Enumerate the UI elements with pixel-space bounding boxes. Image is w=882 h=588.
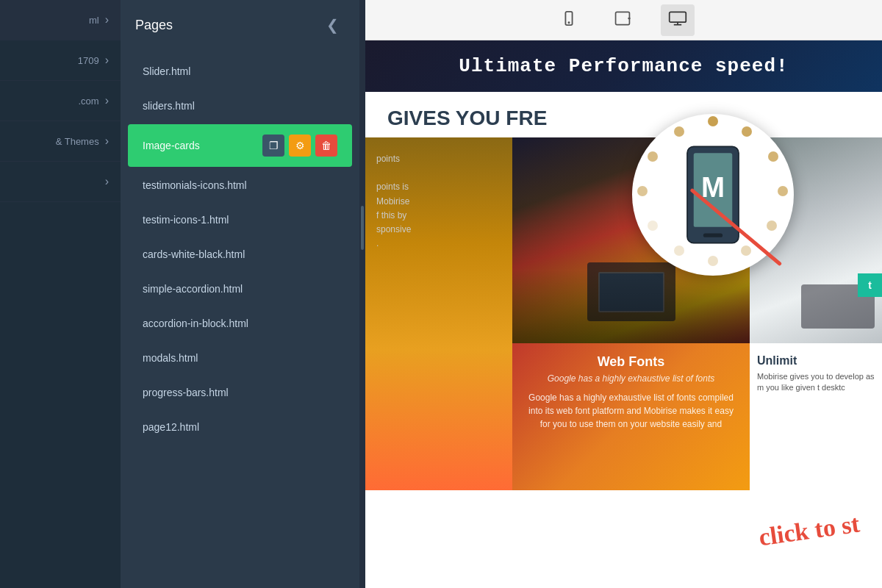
unlimited-title: Unlimit <box>757 354 875 368</box>
left-strip: ml › 1709 › .com › & Themes › › <box>0 0 121 588</box>
left-strip-item-5[interactable]: › <box>0 162 121 202</box>
page-item-label-sliders: sliders.html <box>143 100 195 112</box>
desktop-view-button[interactable] <box>661 4 695 36</box>
svg-point-17 <box>708 256 718 266</box>
page-item-label-modals: modals.html <box>143 352 198 364</box>
main-preview: Ultimate Performance speed! GIVES YOU FR… <box>365 0 882 588</box>
page-item-label-image-cards: Image-cards <box>143 140 200 151</box>
page-item-testimonials-icons[interactable]: testimonials-icons.html <box>128 169 352 201</box>
delete-trash-icon: 🗑 <box>321 140 331 151</box>
click-text-label: click to st <box>757 509 861 551</box>
left-strip-item-3[interactable]: .com › <box>0 81 121 121</box>
delete-page-button[interactable]: 🗑 <box>315 135 337 157</box>
banner-title: Ultimate Performance speed! <box>459 55 788 77</box>
chevron-right-icon-2: › <box>105 54 109 67</box>
page-item-cards-white-black[interactable]: cards-white-black.html <box>128 238 352 270</box>
svg-point-21 <box>648 151 658 162</box>
panel-divider <box>359 0 365 588</box>
pages-title: Pages <box>135 18 173 33</box>
cards-row: points points is Mobirise f this by spon… <box>365 137 882 490</box>
svg-rect-4 <box>669 12 686 22</box>
left-strip-item-1[interactable]: ml › <box>0 0 121 40</box>
copy-icon: ❐ <box>269 140 279 151</box>
svg-point-14 <box>778 186 788 196</box>
mobile-circle: M <box>632 114 794 276</box>
page-item-actions: ❐ ⚙ 🗑 <box>262 135 337 157</box>
svg-rect-2 <box>615 12 629 24</box>
page-item-label-testim1: testim-icons-1.html <box>143 214 229 226</box>
tablet-view-button[interactable] <box>606 4 639 36</box>
svg-point-13 <box>768 151 778 162</box>
unlimited-body: Mobirise gives you to develop as m you l… <box>757 371 875 394</box>
preview-content: Ultimate Performance speed! GIVES YOU FR… <box>365 40 882 588</box>
center-card-text: Web Fonts Google has a highly exhaustive… <box>512 343 750 490</box>
click-to-start-text: click to st <box>757 509 861 551</box>
pages-header: Pages ❮ <box>121 0 359 50</box>
chevron-right-icon-1: › <box>105 13 109 26</box>
gives-section: GIVES YOU FRE <box>365 92 882 130</box>
settings-page-button[interactable]: ⚙ <box>289 135 311 157</box>
teal-btn-label: t <box>868 279 872 291</box>
pages-panel: Pages ❮ Slider.html sliders.html Image-c… <box>121 0 359 588</box>
svg-point-22 <box>674 126 684 137</box>
scroll-indicator <box>361 206 364 250</box>
svg-point-19 <box>648 220 658 231</box>
desktop-icon <box>668 10 687 26</box>
pages-collapse-button[interactable]: ❮ <box>320 13 345 37</box>
left-strip-item-2[interactable]: 1709 › <box>0 40 121 81</box>
settings-gear-icon: ⚙ <box>295 140 305 151</box>
preview-toolbar <box>365 0 882 40</box>
left-card: points points is Mobirise f this by spon… <box>365 137 512 490</box>
page-item-label-pb: progress-bars.html <box>143 387 229 398</box>
page-item-simple-accordion[interactable]: simple-accordion.html <box>128 273 352 305</box>
left-card-text: points points is Mobirise f this by spon… <box>376 152 501 251</box>
left-strip-label-2: 1709 <box>78 55 99 66</box>
page-item-slider[interactable]: Slider.html <box>128 55 352 87</box>
page-item-label-sa: simple-accordion.html <box>143 283 243 295</box>
chevron-right-icon-3: › <box>105 94 109 107</box>
web-fonts-title: Web Fonts <box>523 354 739 370</box>
svg-point-18 <box>674 245 684 256</box>
svg-point-12 <box>742 126 752 137</box>
copy-page-button[interactable]: ❐ <box>262 135 284 157</box>
page-item-testim-icons-1[interactable]: testim-icons-1.html <box>128 204 352 236</box>
page-item-label-testimonials: testimonials-icons.html <box>143 179 247 191</box>
chevron-right-icon-4: › <box>105 135 109 148</box>
page-item-accordion-in-block[interactable]: accordion-in-block.html <box>128 307 352 340</box>
left-card-content: points points is Mobirise f this by spon… <box>365 137 512 265</box>
pages-list: Slider.html sliders.html Image-cards ❐ ⚙… <box>121 50 359 588</box>
page-item-label-cwb: cards-white-black.html <box>143 248 245 260</box>
page-item-modals[interactable]: modals.html <box>128 342 352 374</box>
page-item-image-cards[interactable]: Image-cards ❐ ⚙ 🗑 <box>128 124 352 167</box>
svg-point-16 <box>741 245 751 256</box>
page-item-progress-bars[interactable]: progress-bars.html <box>128 376 352 409</box>
mobile-icon <box>561 10 577 26</box>
svg-point-15 <box>767 220 777 231</box>
page-item-label-slider: Slider.html <box>143 65 190 77</box>
right-card-text: Unlimit Mobirise gives you to develop as… <box>750 343 882 405</box>
svg-rect-9 <box>703 234 723 237</box>
mobile-view-button[interactable] <box>553 4 584 36</box>
svg-point-11 <box>708 116 718 126</box>
page-item-label-p12: page12.html <box>143 421 199 433</box>
web-fonts-body: Google has a highly exhaustive list of f… <box>523 391 739 431</box>
left-strip-label-1: ml <box>89 15 99 26</box>
chevron-right-icon-5: › <box>105 175 109 188</box>
left-strip-label-3: .com <box>79 96 99 107</box>
page-item-page12[interactable]: page12.html <box>128 411 352 443</box>
tablet-icon <box>614 10 631 26</box>
left-strip-item-themes[interactable]: & Themes › <box>0 121 121 162</box>
themes-label: & Themes <box>56 136 99 147</box>
teal-button-partial[interactable]: t <box>858 273 882 297</box>
svg-point-20 <box>637 186 648 196</box>
page-item-label-aib: accordion-in-block.html <box>143 318 248 329</box>
page-item-sliders[interactable]: sliders.html <box>128 90 352 122</box>
preview-banner: Ultimate Performance speed! <box>365 40 882 92</box>
mobile-overlay: M <box>632 114 794 276</box>
web-fonts-subtitle: Google has a highly exhaustive list of f… <box>523 373 739 384</box>
